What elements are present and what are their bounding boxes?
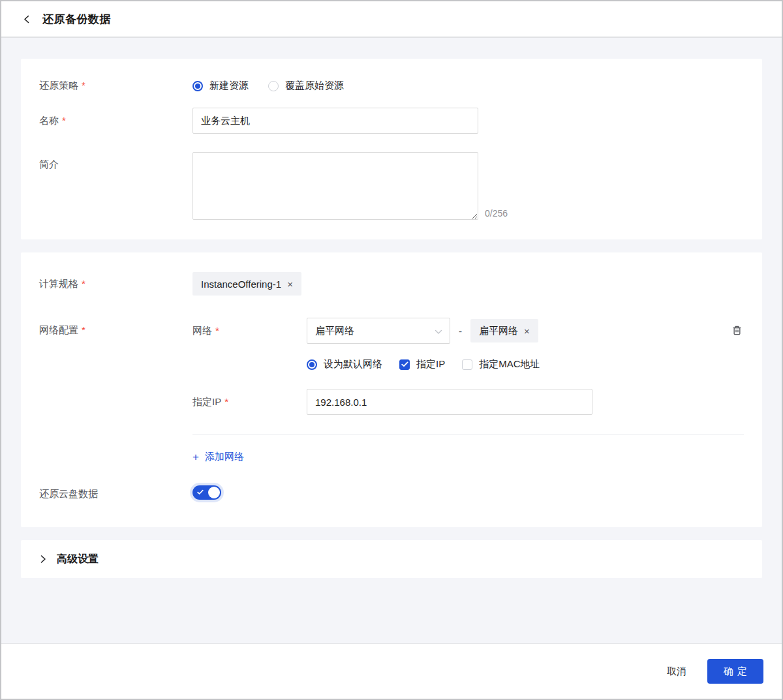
name-label: 名称* [39, 115, 192, 127]
check-icon [197, 489, 204, 495]
required-mark: * [215, 325, 219, 336]
compute-network-card: 计算规格* InstanceOffering-1 × 网络配置* 网络 [21, 252, 762, 527]
chevron-down-icon [435, 326, 442, 337]
description-row: 简介 0/256 [39, 152, 744, 220]
network-select-row: 网络* 扁平网络 - 扁平网络 [192, 318, 744, 344]
instance-offering-label: 计算规格* [39, 278, 192, 290]
instance-offering-tag: InstanceOffering-1 × [192, 272, 301, 296]
cancel-button[interactable]: 取消 [666, 660, 688, 683]
close-icon[interactable]: × [287, 279, 293, 289]
separator-dash: - [459, 326, 462, 337]
network-select[interactable]: 扁平网络 [307, 318, 450, 344]
assign-ip-input[interactable] [307, 389, 592, 415]
plus-icon: + [192, 451, 199, 463]
description-textarea[interactable] [192, 152, 478, 220]
back-icon[interactable] [21, 13, 33, 25]
chevron-right-icon [39, 555, 47, 564]
network-divider [192, 434, 744, 435]
trash-icon[interactable] [730, 324, 744, 338]
restore-volume-row: 还原云盘数据 [39, 485, 744, 502]
dialog-body: 还原策略* 新建资源 覆盖原始资源 名称* [1, 38, 782, 643]
assign-ip-label: 指定IP* [192, 396, 307, 408]
required-mark: * [82, 80, 85, 91]
basic-info-card: 还原策略* 新建资源 覆盖原始资源 名称* [21, 59, 762, 239]
assign-ip-row: 指定IP* [192, 389, 744, 415]
toggle-knob [208, 487, 220, 498]
description-label: 简介 [39, 152, 192, 171]
name-input[interactable] [192, 108, 478, 134]
required-mark: * [82, 278, 85, 289]
dialog-header: 还原备份数据 [1, 1, 782, 38]
advanced-settings-card[interactable]: 高级设置 [21, 540, 762, 578]
required-mark: * [62, 115, 66, 126]
network-options-row: 设为默认网络 指定IP 指定MAC地址 [307, 358, 744, 371]
radio-icon [268, 81, 279, 91]
name-row: 名称* [39, 108, 744, 134]
radio-icon [192, 81, 203, 91]
instance-offering-row: 计算规格* InstanceOffering-1 × [39, 272, 744, 296]
network-config-row: 网络配置* 网络* 扁平网络 [39, 318, 744, 463]
network-label: 网络* [192, 325, 307, 337]
checkbox-icon [462, 359, 472, 370]
char-counter: 0/256 [485, 208, 508, 219]
close-icon[interactable]: × [524, 326, 530, 336]
required-mark: * [82, 324, 85, 335]
radio-default-network[interactable]: 设为默认网络 [307, 358, 382, 371]
restore-volume-toggle[interactable] [192, 485, 221, 500]
page-title: 还原备份数据 [42, 12, 111, 27]
network-config-control: 网络* 扁平网络 - 扁平网络 [192, 318, 744, 463]
checkbox-icon [399, 359, 410, 370]
radio-overwrite-original[interactable]: 覆盖原始资源 [268, 80, 344, 92]
radio-icon [307, 359, 317, 370]
restore-strategy-row: 还原策略* 新建资源 覆盖原始资源 [39, 80, 744, 92]
required-mark: * [224, 396, 228, 407]
restore-backup-dialog: 还原备份数据 还原策略* 新建资源 覆盖原始资源 [0, 0, 783, 700]
restore-volume-label: 还原云盘数据 [39, 488, 192, 500]
restore-strategy-options: 新建资源 覆盖原始资源 [192, 80, 744, 92]
network-config-label: 网络配置* [39, 318, 192, 337]
checkbox-assign-mac[interactable]: 指定MAC地址 [462, 358, 540, 371]
network-tag: 扁平网络 × [470, 319, 538, 342]
advanced-settings-title: 高级设置 [57, 553, 99, 566]
radio-new-resource[interactable]: 新建资源 [192, 80, 249, 92]
add-network-link[interactable]: + 添加网络 [192, 451, 244, 463]
confirm-button[interactable]: 确定 [707, 659, 763, 684]
dialog-footer: 取消 确定 [1, 643, 782, 699]
restore-strategy-label: 还原策略* [39, 80, 192, 92]
checkbox-assign-ip[interactable]: 指定IP [399, 358, 445, 371]
